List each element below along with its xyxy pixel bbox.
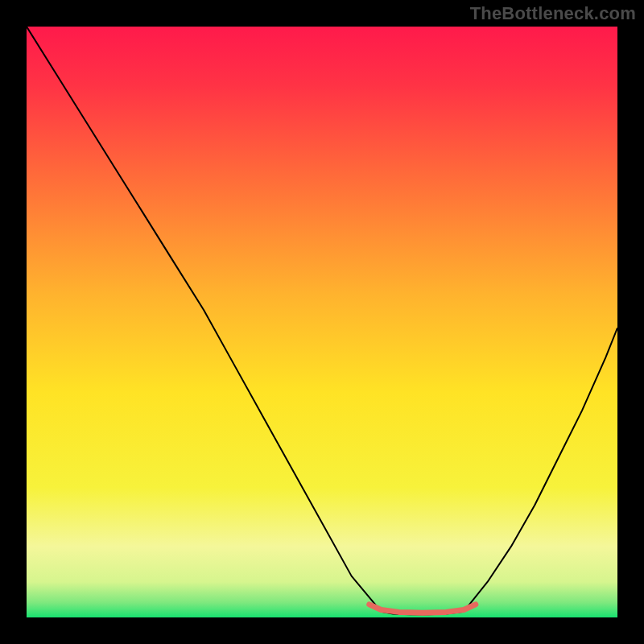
chart-frame: TheBottleneck.com	[0, 0, 644, 644]
curve-layer	[27, 27, 617, 617]
plot-area	[27, 27, 617, 617]
watermark-text: TheBottleneck.com	[470, 3, 636, 24]
series-optimal-marker	[369, 605, 476, 613]
series-bottleneck-curve-right	[464, 328, 617, 611]
series-bottleneck-curve-left	[27, 27, 381, 612]
